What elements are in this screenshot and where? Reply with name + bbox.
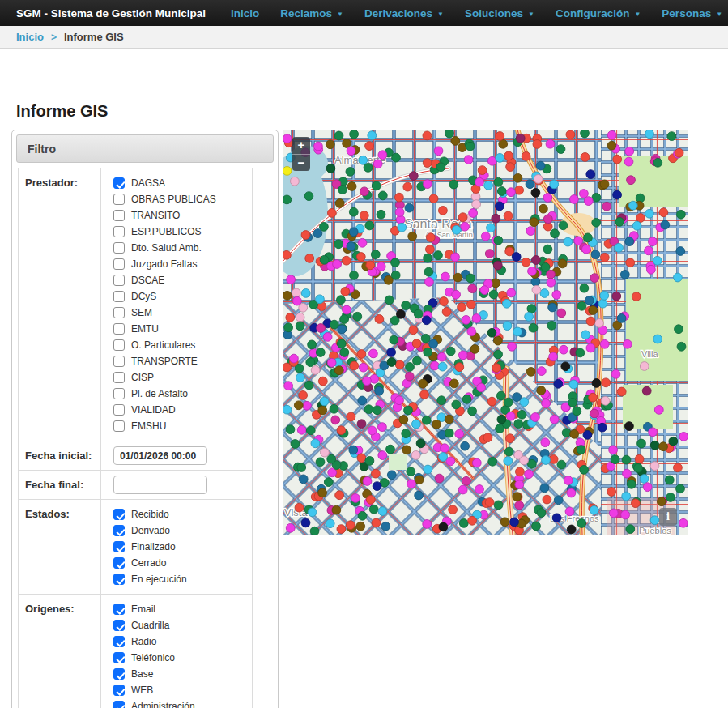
map-marker[interactable] — [569, 380, 578, 389]
map-marker[interactable] — [520, 456, 529, 465]
checkbox-checked-icon[interactable] — [113, 652, 125, 663]
map-marker[interactable] — [669, 437, 678, 446]
map-marker[interactable] — [659, 208, 668, 217]
map-marker[interactable] — [326, 164, 335, 173]
map-marker[interactable] — [375, 315, 384, 324]
map-marker[interactable] — [461, 441, 470, 450]
checkbox-checked-icon[interactable] — [113, 541, 125, 552]
checkbox-cerrado[interactable]: Cerrado — [113, 555, 249, 571]
map-marker[interactable] — [580, 284, 589, 292]
map-marker[interactable] — [420, 390, 429, 399]
map-marker[interactable] — [350, 361, 359, 370]
map-marker[interactable] — [455, 363, 464, 372]
map-marker[interactable] — [386, 445, 395, 454]
checkbox-checked-icon[interactable] — [113, 574, 125, 585]
map-marker[interactable] — [480, 286, 489, 295]
map-marker[interactable] — [513, 493, 522, 501]
map-marker[interactable] — [552, 291, 561, 300]
map-marker[interactable] — [445, 415, 453, 424]
map-marker[interactable] — [387, 348, 396, 356]
map-marker[interactable] — [494, 177, 503, 186]
map-marker[interactable] — [550, 415, 559, 424]
map-marker[interactable] — [356, 253, 365, 262]
map-marker[interactable] — [541, 438, 550, 447]
map-marker[interactable] — [623, 339, 632, 348]
map-marker[interactable] — [369, 505, 378, 514]
map-marker[interactable] — [650, 516, 659, 525]
map-marker[interactable] — [613, 190, 622, 199]
map-marker[interactable] — [397, 309, 406, 318]
map-marker[interactable] — [377, 262, 385, 271]
map-marker[interactable] — [308, 340, 317, 349]
map-marker[interactable] — [665, 476, 674, 484]
map-marker[interactable] — [574, 237, 583, 245]
map-marker[interactable] — [365, 221, 374, 230]
map-marker[interactable] — [512, 253, 521, 262]
map-marker[interactable] — [513, 173, 522, 182]
checkbox-emshu[interactable]: EMSHU — [113, 418, 249, 434]
map-marker[interactable] — [506, 434, 515, 443]
map-marker[interactable] — [462, 476, 470, 485]
map-marker[interactable] — [283, 195, 292, 204]
map-marker[interactable] — [640, 362, 649, 371]
map-marker[interactable] — [497, 187, 506, 196]
map-marker[interactable] — [590, 409, 599, 418]
map-marker[interactable] — [584, 197, 593, 206]
map-marker[interactable] — [483, 433, 492, 442]
map-marker[interactable] — [567, 525, 576, 534]
map-marker[interactable] — [626, 525, 635, 534]
map-marker[interactable] — [499, 139, 508, 148]
map-marker[interactable] — [391, 271, 400, 279]
map-marker[interactable] — [340, 315, 349, 324]
map-marker[interactable] — [378, 151, 387, 160]
map-marker[interactable] — [584, 233, 593, 242]
map-marker[interactable] — [586, 317, 595, 326]
map-marker[interactable] — [439, 522, 448, 531]
map-marker[interactable] — [306, 426, 315, 435]
map-marker[interactable] — [674, 463, 683, 472]
map-marker[interactable] — [549, 352, 558, 361]
map-marker[interactable] — [533, 140, 542, 149]
map-marker[interactable] — [609, 446, 618, 454]
map-marker[interactable] — [649, 428, 658, 437]
map-marker[interactable] — [458, 303, 466, 312]
checkbox-unchecked-icon[interactable] — [113, 210, 125, 221]
map-marker[interactable] — [534, 175, 543, 184]
map-marker[interactable] — [295, 503, 304, 512]
map-marker[interactable] — [625, 422, 634, 431]
map-marker[interactable] — [349, 446, 358, 454]
map-marker[interactable] — [326, 140, 334, 149]
map-marker[interactable] — [327, 358, 336, 367]
map-marker[interactable] — [548, 303, 557, 312]
map-marker[interactable] — [423, 131, 432, 140]
map-marker[interactable] — [643, 483, 652, 492]
map-marker[interactable] — [284, 323, 293, 332]
fecha-inicial-input[interactable] — [113, 446, 207, 465]
map-marker[interactable] — [435, 474, 444, 483]
map-marker[interactable] — [466, 274, 475, 283]
map-marker[interactable] — [615, 243, 624, 252]
map-attribution-button[interactable]: i — [659, 508, 677, 526]
map-marker[interactable] — [580, 466, 589, 475]
checkbox-dscae[interactable]: DSCAE — [113, 272, 249, 288]
map-marker[interactable] — [365, 457, 374, 466]
map-marker[interactable] — [299, 475, 308, 484]
map-marker[interactable] — [515, 501, 524, 510]
map-marker[interactable] — [334, 366, 343, 375]
checkbox-unchecked-icon[interactable] — [113, 420, 125, 432]
map-marker[interactable] — [504, 398, 513, 407]
map-marker[interactable] — [333, 260, 342, 269]
map-marker[interactable] — [442, 308, 451, 317]
map-marker[interactable] — [472, 458, 481, 467]
map-marker[interactable] — [532, 522, 541, 531]
map-marker[interactable] — [586, 343, 595, 352]
map-marker[interactable] — [372, 469, 381, 478]
map-marker[interactable] — [395, 396, 404, 405]
map-marker[interactable] — [636, 214, 645, 223]
map-marker[interactable] — [371, 250, 380, 259]
map-marker[interactable] — [675, 325, 683, 334]
map-marker[interactable] — [327, 454, 336, 463]
map-marker[interactable] — [581, 130, 590, 138]
map-marker[interactable] — [467, 327, 476, 336]
map-marker[interactable] — [529, 323, 538, 332]
